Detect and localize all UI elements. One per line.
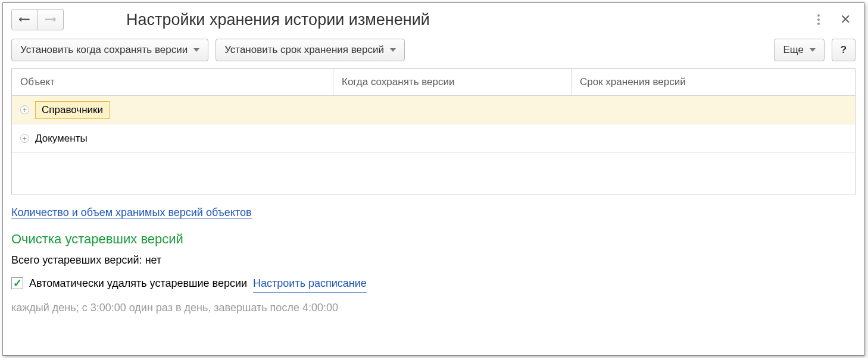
arrow-left-icon: 🠔	[18, 13, 30, 27]
forward-button[interactable]: 🠖	[38, 9, 64, 30]
close-button[interactable]: ✕	[835, 10, 855, 30]
caret-down-icon	[193, 48, 199, 52]
configure-schedule-link[interactable]: Настроить расписание	[253, 274, 367, 293]
window-header: 🠔 🠖 Настройки хранения истории изменений…	[3, 3, 864, 34]
cleanup-section-title: Очистка устаревших версий	[11, 228, 855, 250]
button-label: ?	[841, 44, 847, 56]
auto-delete-label: Автоматически удалять устаревшие версии	[29, 274, 247, 293]
checkmark-icon: ✓	[13, 278, 22, 289]
button-label: Установить когда сохранять версии	[20, 44, 188, 56]
set-storage-term-button[interactable]: Установить срок хранения версий	[216, 39, 405, 61]
auto-delete-row: ✓ Автоматически удалять устаревшие верси…	[11, 274, 855, 293]
kebab-menu-button[interactable]	[814, 11, 823, 29]
table-row[interactable]: + Документы	[12, 124, 855, 153]
stored-versions-link[interactable]: Количество и объем хранимых версий объек…	[11, 206, 252, 219]
table-cell-term	[572, 96, 855, 124]
obsolete-label: Всего устаревших версий:	[11, 254, 142, 266]
obsolete-count-line: Всего устаревших версий: нет	[11, 251, 855, 270]
settings-table: Объект Когда сохранять версии Срок хране…	[11, 68, 855, 195]
table-cell-term	[572, 124, 855, 152]
help-button[interactable]: ?	[832, 39, 855, 61]
back-button[interactable]: 🠔	[11, 9, 38, 30]
column-header-object[interactable]: Объект	[12, 69, 333, 95]
expand-icon[interactable]: +	[20, 134, 29, 143]
table-cell-when	[333, 124, 572, 152]
table-cell-when	[333, 96, 572, 124]
table-cell-object: + Справочники	[12, 96, 333, 124]
table-header: Объект Когда сохранять версии Срок хране…	[12, 69, 855, 96]
close-icon: ✕	[840, 12, 851, 27]
settings-window: 🠔 🠖 Настройки хранения истории изменений…	[2, 2, 864, 356]
toolbar: Установить когда сохранять версии Устано…	[3, 34, 864, 68]
footer-section: Количество и объем хранимых версий объек…	[3, 195, 864, 322]
table-empty-space	[12, 153, 855, 195]
button-label: Еще	[783, 44, 804, 56]
page-title: Настройки хранения истории изменений	[126, 11, 430, 29]
schedule-text: каждый день; с 3:00:00 один раз в день, …	[11, 299, 855, 317]
button-label: Установить срок хранения версий	[224, 44, 384, 56]
table-row[interactable]: + Справочники	[12, 96, 855, 124]
obsolete-value: нет	[145, 254, 162, 266]
header-right: ✕	[814, 10, 855, 30]
expand-icon[interactable]: +	[20, 105, 29, 114]
nav-buttons: 🠔 🠖	[11, 9, 64, 30]
table-cell-object: + Документы	[12, 124, 333, 152]
row-label: Справочники	[35, 101, 110, 119]
dot-icon	[817, 14, 820, 17]
caret-down-icon	[810, 48, 816, 52]
auto-delete-checkbox[interactable]: ✓	[11, 277, 23, 289]
column-header-when[interactable]: Когда сохранять версии	[333, 69, 572, 95]
set-when-save-button[interactable]: Установить когда сохранять версии	[11, 39, 208, 61]
caret-down-icon	[390, 48, 396, 52]
arrow-right-icon: 🠖	[45, 13, 57, 27]
row-label: Документы	[35, 133, 88, 145]
column-header-term[interactable]: Срок хранения версий	[572, 69, 855, 95]
more-button[interactable]: Еще	[774, 39, 825, 61]
dot-icon	[817, 23, 820, 25]
dot-icon	[817, 18, 820, 21]
